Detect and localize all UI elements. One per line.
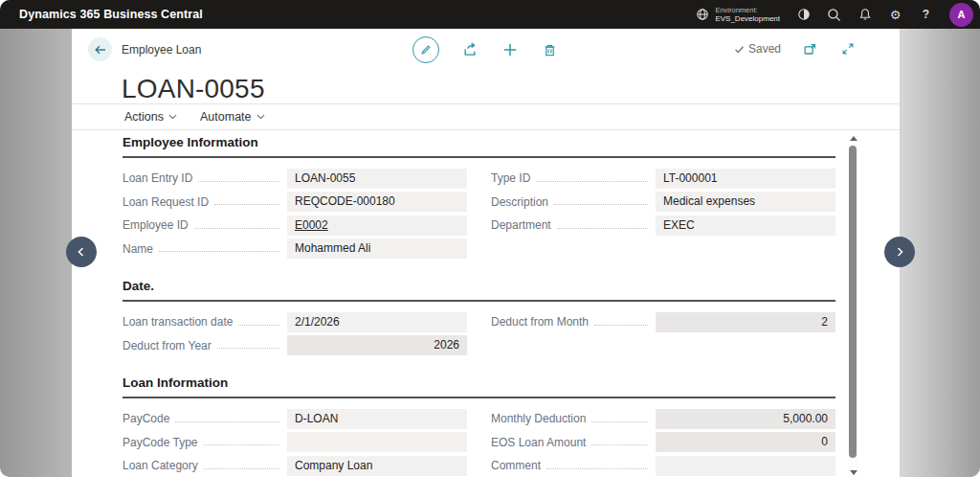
content-sections: Employee InformationLoan Entry IDLOAN-00… (122, 134, 835, 477)
window-controls: Saved (734, 39, 858, 58)
dotted-leader (159, 251, 279, 252)
field-column: Type IDLT-000001DescriptionMedical expen… (491, 167, 835, 261)
search-icon[interactable] (827, 8, 841, 22)
expand-icon[interactable] (838, 39, 858, 58)
field-grid: Loan Entry IDLOAN-0055Loan Request IDREQ… (122, 167, 835, 261)
field-value[interactable]: 2026 (287, 335, 467, 355)
new-button[interactable] (501, 40, 520, 59)
field-value[interactable]: EXEC (656, 216, 835, 236)
contrast-icon[interactable] (796, 8, 811, 22)
field-column: Monthly Deduction5,000.00EOS Loan Amount… (491, 407, 835, 477)
field-value[interactable]: Company Loan (287, 456, 467, 476)
bell-icon[interactable] (858, 8, 872, 22)
field-row: Loan Request IDREQCODE-000180 (122, 191, 467, 215)
field-value[interactable]: LT-000001 (656, 169, 835, 189)
globe-icon (695, 8, 709, 22)
field-value[interactable]: LOAN-0055 (287, 169, 467, 189)
top-navigation-bar: Dynamics 365 Business Central Environmen… (0, 0, 980, 29)
popout-icon[interactable] (800, 39, 819, 58)
field-row: Loan transaction date2/1/2026 (122, 310, 467, 334)
field-label: Description (491, 195, 548, 209)
field-label: PayCode (122, 412, 169, 425)
field-column: Deduct from Month2 (491, 310, 835, 357)
gear-icon[interactable]: ⚙ (888, 8, 902, 22)
field-row: DescriptionMedical expenses (491, 191, 835, 215)
dotted-leader (194, 228, 279, 229)
section-heading[interactable]: Date. (122, 278, 835, 302)
saved-label: Saved (748, 42, 781, 56)
field-label: Employee ID (122, 218, 189, 232)
saved-indicator: Saved (734, 42, 781, 56)
field-grid: Loan transaction date2/1/2026Deduct from… (122, 310, 835, 357)
field-row: DepartmentEXEC (491, 214, 835, 238)
fasttab-section: Date.Loan transaction date2/1/2026Deduct… (122, 278, 835, 357)
field-value[interactable]: 2/1/2026 (287, 312, 467, 332)
menu-actions[interactable]: Actions (124, 110, 177, 124)
record-toolbar (412, 36, 560, 63)
dotted-leader (204, 468, 279, 469)
back-button[interactable] (88, 37, 112, 61)
breadcrumb[interactable]: Employee Loan (122, 43, 201, 57)
field-value[interactable]: 5,000.00 (656, 409, 835, 429)
field-row: PayCode Type (122, 431, 467, 455)
field-row: Deduct from Month2 (491, 310, 835, 334)
user-avatar[interactable]: A (949, 3, 973, 27)
section-heading[interactable]: Employee Information (122, 134, 835, 158)
field-value[interactable]: Mohammed Ali (287, 238, 467, 259)
topbar-actions: Environment: EVS_Development (695, 3, 980, 27)
dotted-leader (217, 348, 279, 349)
edit-button[interactable] (412, 36, 439, 63)
dotted-leader (175, 421, 279, 422)
share-icon[interactable] (460, 40, 479, 59)
environment-name: EVS_Development (715, 14, 780, 23)
field-row: Loan CategoryCompany Loan (122, 454, 467, 477)
dotted-leader (238, 325, 279, 326)
field-row: Loan Entry IDLOAN-0055 (122, 167, 467, 191)
scroll-down-icon[interactable] (850, 470, 858, 475)
menu-automate[interactable]: Automate (200, 110, 265, 124)
field-value[interactable] (287, 432, 467, 452)
field-value[interactable]: 0 (656, 432, 835, 452)
help-icon[interactable]: ? (919, 8, 933, 22)
field-row: EOS Loan Amount0 (491, 431, 835, 455)
field-value[interactable]: D-LOAN (287, 409, 467, 429)
app-title[interactable]: Dynamics 365 Business Central (19, 8, 203, 21)
field-value[interactable] (656, 456, 835, 476)
environment-label: Environment: (715, 6, 780, 14)
dotted-leader (594, 325, 648, 326)
delete-button[interactable] (541, 40, 560, 59)
vertical-scrollbar[interactable] (847, 136, 858, 477)
scrollbar-thumb[interactable] (849, 146, 857, 458)
field-label: Monthly Deduction (491, 412, 586, 425)
field-label: Loan Category (122, 459, 198, 472)
dotted-leader (546, 468, 648, 469)
dotted-leader (591, 444, 648, 445)
field-label: Name (122, 242, 153, 256)
dotted-leader (554, 204, 648, 205)
field-column: PayCodeD-LOANPayCode TypeLoan CategoryCo… (122, 407, 467, 477)
next-record-button[interactable] (884, 237, 915, 267)
app-window: Dynamics 365 Business Central Environmen… (0, 0, 980, 477)
field-value[interactable]: Medical expenses (656, 192, 835, 212)
field-value[interactable]: E0002 (287, 216, 467, 236)
field-label: Type ID (491, 171, 530, 185)
page-header: Employee Loan (72, 29, 900, 71)
dotted-leader (214, 204, 279, 205)
field-label: Deduct from Year (122, 339, 212, 352)
field-row: PayCodeD-LOAN (122, 407, 467, 431)
title-row: LOAN-0055 (72, 71, 900, 103)
environment-indicator[interactable]: Environment: EVS_Development (695, 6, 780, 23)
field-label: Department (491, 218, 551, 232)
scroll-up-icon[interactable] (850, 136, 858, 141)
fasttab-section: Loan InformationPayCodeD-LOANPayCode Typ… (122, 375, 835, 477)
page-title: LOAN-0055 (122, 75, 265, 103)
previous-record-button[interactable] (66, 237, 97, 267)
section-heading[interactable]: Loan Information (122, 375, 835, 398)
field-value[interactable]: 2 (656, 312, 835, 332)
field-value[interactable]: REQCODE-000180 (287, 192, 467, 212)
menu-actions-label: Actions (124, 110, 164, 124)
field-row: Comment (491, 454, 835, 477)
dotted-leader (557, 228, 648, 229)
divider (72, 129, 900, 130)
field-row: Employee IDE0002 (122, 214, 467, 238)
